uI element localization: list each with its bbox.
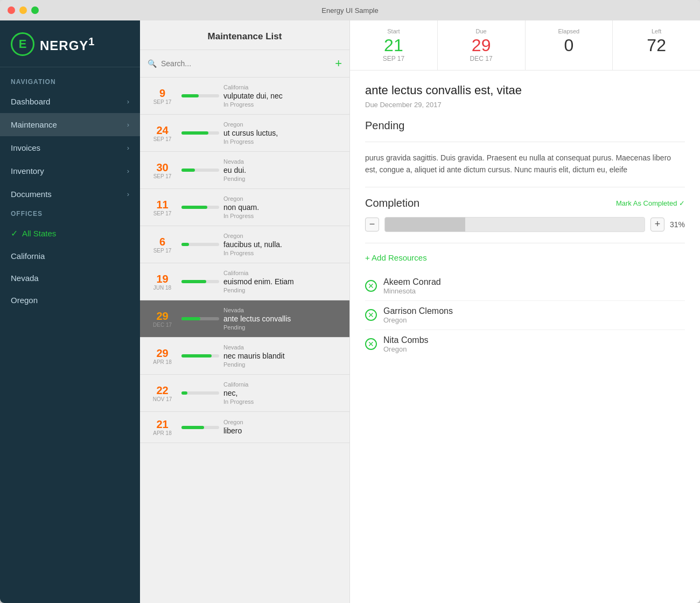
progress-fill xyxy=(181,169,195,172)
resource-location: Oregon xyxy=(383,316,453,324)
item-month: SEP 17 xyxy=(153,211,172,216)
list-item[interactable]: 6 SEP 17 Oregon faucibus ut, nulla. In P… xyxy=(140,226,349,263)
detail-due-text: Due December 29, 2017 xyxy=(365,101,685,109)
separator-3 xyxy=(365,243,685,243)
item-bar-col xyxy=(181,391,219,395)
add-resources-button[interactable]: + Add Resources xyxy=(365,253,685,262)
item-info: California euismod enim. Etiam Pending xyxy=(223,270,342,293)
item-month: SEP 17 xyxy=(153,99,172,105)
item-name: faucibus ut, nulla. xyxy=(223,240,342,249)
separator xyxy=(365,142,685,142)
start-month: SEP 17 xyxy=(361,55,426,62)
resource-remove-button[interactable]: ✕ xyxy=(365,309,377,321)
progress-fill xyxy=(181,280,206,283)
sidebar-item-documents[interactable]: Documents › xyxy=(0,183,140,206)
resource-info: Garrison Clemons Oregon xyxy=(383,306,453,324)
sidebar-item-dashboard[interactable]: Dashboard › xyxy=(0,90,140,113)
chevron-icon: › xyxy=(127,121,129,129)
sidebar-item-nevada[interactable]: Nevada xyxy=(0,267,140,289)
stat-due: Due 29 DEC 17 xyxy=(438,20,526,70)
item-name: eu dui. xyxy=(223,166,342,174)
list-item[interactable]: 22 NOV 17 California nec, In Progress xyxy=(140,375,349,412)
list-item[interactable]: 29 DEC 17 Nevada ante lectus convallis P… xyxy=(140,300,349,338)
sidebar-item-invoices[interactable]: Invoices › xyxy=(0,136,140,159)
item-date-col: 22 NOV 17 xyxy=(148,384,177,402)
increase-button[interactable]: + xyxy=(650,218,664,232)
resource-remove-button[interactable]: ✕ xyxy=(365,280,377,292)
item-month: SEP 17 xyxy=(153,248,172,254)
decrease-button[interactable]: − xyxy=(365,218,379,232)
list-item[interactable]: 21 APR 18 Oregon libero xyxy=(140,412,349,443)
list-title: Maintenance List xyxy=(140,20,349,50)
offices-section-label: Offices xyxy=(0,206,140,222)
titlebar: Energy UI Sample xyxy=(0,0,700,20)
list-item[interactable]: 9 SEP 17 California vulputate dui, nec I… xyxy=(140,78,349,115)
completion-bar-row: − + 31% xyxy=(365,217,685,232)
start-date: 21 xyxy=(361,37,426,54)
item-info: Nevada eu dui. Pending xyxy=(223,158,342,182)
detail-description: purus gravida sagittis. Duis gravida. Pr… xyxy=(365,152,685,176)
sidebar-item-all-states[interactable]: ✓ All States xyxy=(0,222,140,245)
completion-title: Completion xyxy=(365,197,419,209)
item-date: 6 xyxy=(159,236,165,248)
window-controls xyxy=(8,6,39,14)
item-info: California nec, In Progress xyxy=(223,381,342,405)
item-status: In Progress xyxy=(223,213,342,219)
sidebar-item-california[interactable]: California xyxy=(0,245,140,267)
sidebar-item-oregon[interactable]: Oregon xyxy=(0,289,140,311)
item-month: SEP 17 xyxy=(153,136,172,142)
progress-fill xyxy=(181,354,212,357)
list-item[interactable]: 24 SEP 17 Oregon ut cursus luctus, In Pr… xyxy=(140,115,349,152)
left-value: 72 xyxy=(624,37,689,54)
app-layout: E NERGY1 Navigation Dashboard › Maintena… xyxy=(0,20,700,603)
logo-icon: E xyxy=(11,32,34,56)
resource-item: ✕ Garrison Clemons Oregon xyxy=(365,301,685,330)
minimize-button[interactable] xyxy=(19,6,27,14)
item-name: euismod enim. Etiam xyxy=(223,277,342,286)
item-date-col: 29 APR 18 xyxy=(148,347,177,365)
item-state: California xyxy=(223,84,342,90)
close-button[interactable] xyxy=(8,6,15,14)
sidebar-item-maintenance[interactable]: Maintenance › xyxy=(0,113,140,136)
resource-name: Garrison Clemons xyxy=(383,306,453,316)
item-state: Oregon xyxy=(223,419,342,425)
resource-info: Nita Combs Oregon xyxy=(383,335,429,353)
resource-remove-button[interactable]: ✕ xyxy=(365,338,377,350)
sidebar-item-inventory[interactable]: Inventory › xyxy=(0,159,140,183)
completion-header: Completion Mark As Completed ✓ xyxy=(365,197,685,209)
item-state: California xyxy=(223,381,342,388)
progress-track xyxy=(181,426,219,429)
window-title: Energy UI Sample xyxy=(321,6,379,15)
item-month: DEC 17 xyxy=(153,322,172,328)
elapsed-label: Elapsed xyxy=(536,28,602,34)
separator-2 xyxy=(365,187,685,187)
resource-location: Oregon xyxy=(383,345,429,353)
item-date-col: 11 SEP 17 xyxy=(148,199,177,216)
list-item[interactable]: 30 SEP 17 Nevada eu dui. Pending xyxy=(140,152,349,189)
start-label: Start xyxy=(361,28,426,34)
progress-track xyxy=(181,169,219,172)
item-month: JUN 18 xyxy=(153,285,171,291)
progress-track xyxy=(181,354,219,357)
item-status: Pending xyxy=(223,287,342,293)
search-input[interactable] xyxy=(161,59,331,68)
completion-fill xyxy=(385,218,465,232)
item-date: 9 xyxy=(159,87,165,99)
resource-item: ✕ Nita Combs Oregon xyxy=(365,330,685,359)
progress-track xyxy=(181,317,219,320)
add-button[interactable]: + xyxy=(335,57,342,71)
maximize-button[interactable] xyxy=(31,6,39,14)
list-item[interactable]: 11 SEP 17 Oregon non quam. In Progress xyxy=(140,189,349,226)
item-name: nec mauris blandit xyxy=(223,352,342,360)
item-info: Oregon libero xyxy=(223,419,342,436)
stat-start: Start 21 SEP 17 xyxy=(350,20,438,70)
item-info: Nevada nec mauris blandit Pending xyxy=(223,344,342,368)
item-date: 29 xyxy=(156,310,168,322)
progress-fill xyxy=(181,94,199,97)
stat-left: Left 72 xyxy=(613,20,700,70)
item-date-col: 24 SEP 17 xyxy=(148,124,177,142)
mark-completed-button[interactable]: Mark As Completed ✓ xyxy=(616,199,685,207)
progress-fill xyxy=(181,426,204,429)
list-item[interactable]: 29 APR 18 Nevada nec mauris blandit Pend… xyxy=(140,338,349,375)
list-item[interactable]: 19 JUN 18 California euismod enim. Etiam… xyxy=(140,263,349,300)
